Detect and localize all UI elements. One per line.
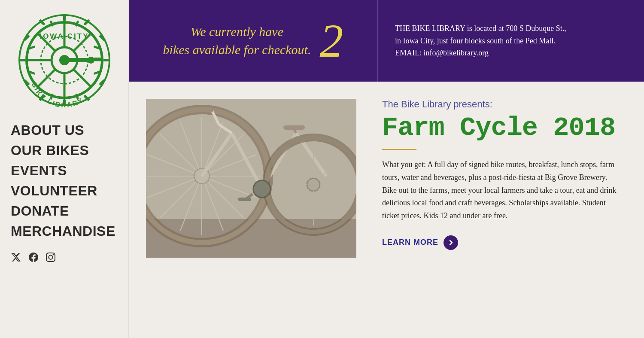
event-title: Farm Cycle 2018 bbox=[382, 113, 623, 143]
logo-svg: IOWA CITY BIKE LIBRARY bbox=[17, 13, 112, 107]
facebook-icon bbox=[29, 253, 38, 262]
location-line1: THE BIKE LIBRARY is located at 700 S Dub… bbox=[395, 22, 627, 35]
logo-area: IOWA CITY BIKE LIBRARY bbox=[11, 9, 118, 118]
article-section: The Bike Library presents: Farm Cycle 20… bbox=[369, 82, 644, 338]
event-description: What you get: A full day of signed bike … bbox=[382, 158, 623, 222]
title-divider bbox=[382, 149, 416, 150]
learn-more-row: LEARN MORE bbox=[382, 235, 623, 250]
nav-links: ABOUT US OUR BIKES EVENTS VOLUNTEER DONA… bbox=[11, 122, 118, 244]
instagram-link[interactable] bbox=[46, 253, 55, 265]
location-line2: in Iowa City, just four blocks south of … bbox=[395, 35, 627, 47]
bike-image: BIKE LIBRARY IOWA CITY bbox=[146, 99, 356, 258]
instagram-icon bbox=[46, 253, 55, 262]
nav-item-volunteer[interactable]: VOLUNTEER bbox=[11, 183, 118, 199]
social-icons bbox=[11, 252, 55, 265]
main-content: We currently have bikes available for ch… bbox=[129, 0, 644, 338]
chevron-right-icon bbox=[448, 240, 454, 246]
svg-rect-95 bbox=[238, 198, 251, 201]
svg-point-64 bbox=[307, 178, 320, 191]
location-section: THE BIKE LIBRARY is located at 700 S Dub… bbox=[378, 0, 644, 82]
nav-item-our-bikes[interactable]: OUR BIKES bbox=[11, 143, 118, 158]
checkout-line2: bikes available for checkout. bbox=[163, 41, 311, 59]
top-banner: We currently have bikes available for ch… bbox=[129, 0, 644, 82]
svg-rect-34 bbox=[94, 58, 101, 60]
logo: IOWA CITY BIKE LIBRARY bbox=[17, 13, 112, 107]
svg-rect-3 bbox=[18, 59, 25, 61]
facebook-link[interactable] bbox=[29, 253, 38, 265]
svg-rect-1 bbox=[63, 14, 66, 21]
email-link[interactable]: info@bikelibrary.org bbox=[424, 49, 489, 57]
checkout-row: We currently have bikes available for ch… bbox=[163, 17, 343, 64]
nav-item-donate[interactable]: DONATE bbox=[11, 203, 118, 219]
presents-label: The Bike Library presents: bbox=[382, 99, 623, 110]
nav-item-about-us[interactable]: ABOUT US bbox=[11, 122, 118, 138]
svg-line-29 bbox=[73, 69, 91, 87]
checkout-line1: We currently have bbox=[191, 23, 283, 41]
svg-text:IOWA CITY: IOWA CITY bbox=[39, 32, 89, 40]
checkout-text: We currently have bikes available for ch… bbox=[163, 23, 311, 59]
twitter-icon bbox=[11, 252, 21, 262]
learn-more-button[interactable] bbox=[444, 235, 458, 250]
svg-rect-32 bbox=[64, 58, 91, 62]
bikes-count: 2 bbox=[319, 17, 343, 64]
sidebar: IOWA CITY BIKE LIBRARY ABOUT US OUR BIKE… bbox=[0, 0, 129, 338]
content-area: BIKE LIBRARY IOWA CITY bbox=[129, 82, 644, 338]
image-section: BIKE LIBRARY IOWA CITY bbox=[129, 82, 369, 338]
svg-line-31 bbox=[38, 69, 55, 87]
checkout-section: We currently have bikes available for ch… bbox=[129, 0, 378, 82]
svg-rect-4 bbox=[103, 59, 110, 61]
svg-point-93 bbox=[253, 180, 270, 198]
nav-item-merchandise[interactable]: MERCHANDISE bbox=[11, 223, 118, 239]
twitter-link[interactable] bbox=[11, 252, 21, 265]
bike-photo-svg: BIKE LIBRARY IOWA CITY bbox=[146, 99, 356, 258]
nav-item-events[interactable]: EVENTS bbox=[11, 163, 118, 179]
learn-more-link[interactable]: LEARN MORE bbox=[382, 238, 438, 247]
svg-rect-91 bbox=[283, 125, 305, 130]
location-line3: EMAIL: info@bikelibrary.org bbox=[395, 47, 627, 59]
